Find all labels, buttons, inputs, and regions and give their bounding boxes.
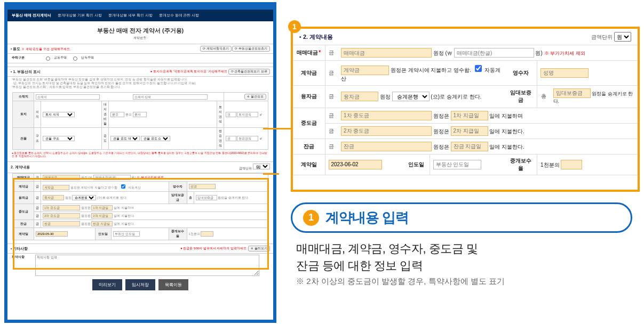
z-feerate-input[interactable] (561, 160, 582, 169)
z-jd1-input[interactable] (341, 111, 432, 120)
special-terms-textarea[interactable] (35, 255, 259, 276)
ratio-numer-input[interactable] (133, 112, 147, 117)
z-feerate-label: 중개보수율 (505, 154, 537, 175)
property-lookup-button[interactable]: ⊕ 물건정보 (244, 94, 266, 100)
jimok-label: 지목 (34, 101, 41, 128)
jd1-input-s[interactable] (43, 205, 80, 210)
z-mm-input[interactable] (341, 48, 432, 58)
jd1-date-input-s[interactable] (91, 205, 113, 210)
cd-label-s: 계약일 (13, 228, 34, 240)
z-cd-input[interactable] (329, 160, 382, 169)
jd1-mid-s: 원정은 (81, 206, 91, 209)
jd2-input-s[interactable] (43, 213, 80, 218)
z-jd1-sub: 금 (325, 108, 338, 123)
z-mm-tail: 원) (535, 50, 542, 56)
house-type-detached-radio[interactable] (73, 56, 77, 61)
house-type-label: 주택구분 (12, 55, 41, 60)
property-table: 소재지 ⊕ 물건정보 토지 지목 토지 지목 대지권비율 분의 토지면적 ㎡ (12, 92, 268, 150)
cg-tail-s: 원정은 계약시에 지불하고 영수함. (70, 186, 118, 189)
jd2-date-input-s[interactable] (91, 213, 113, 218)
z-receiver-input[interactable] (540, 68, 589, 78)
land-area-label: 토지면적 (217, 101, 224, 128)
z-jg-input[interactable] (341, 142, 432, 151)
feerate-input-s[interactable] (201, 231, 213, 237)
jd-label-s: 중도금 (13, 204, 34, 220)
z-feerate-pre: 1천분의 (540, 161, 560, 167)
reset-contract-button[interactable]: ⟳ 계약서항목초기 (200, 46, 232, 52)
tempsave-button[interactable]: 임시저장 (125, 279, 155, 290)
tab-contract[interactable]: 부동산 매매 전자계약서 (12, 13, 51, 18)
address-input[interactable] (36, 94, 100, 100)
land-area-2-input[interactable] (237, 112, 258, 117)
zoom-unit-select[interactable]: 원 (614, 32, 631, 42)
use-minor-select[interactable]: 건물 용도 소분류 (141, 136, 170, 141)
property-info-note: ● 토지이용계획 '국토이용계획 토지이용' 가상해주세요 (150, 70, 228, 73)
section-etc-title: ▪ 기타사항 (11, 246, 28, 251)
yz-input-s[interactable] (43, 195, 64, 200)
explain-bubble: 1 계약내용 입력 (291, 202, 632, 233)
jd1-sub-s: 금 (34, 204, 41, 212)
bldg-area-2-input[interactable] (237, 136, 258, 141)
etc-load-button[interactable]: ⊕ 불러오기 (248, 246, 270, 251)
building-label: 건물 (13, 128, 34, 150)
z-deposit-input[interactable] (553, 88, 591, 98)
z-jd2-date-input[interactable] (451, 126, 488, 136)
tab-basic[interactable]: 중개대상물 기본 확인 사항 (58, 13, 102, 18)
page-subtitle: 계약번호: (7, 36, 273, 40)
jg-input-s[interactable] (43, 221, 80, 226)
z-cg-input[interactable] (341, 66, 389, 75)
jimok-select[interactable]: 토지 지목 (43, 112, 75, 117)
cg-input-s[interactable] (43, 185, 69, 190)
receiver-label-s: 영수자 (169, 182, 187, 192)
deposit-input-s[interactable] (196, 195, 217, 200)
z-handover-label: 인도일 (403, 154, 430, 175)
z-yz-input[interactable] (341, 92, 378, 101)
z-jd2-mid: 원정은 (433, 128, 449, 134)
ratio-denom-input[interactable] (110, 112, 124, 117)
z-jd2-tail: 일에 지불한다. (489, 128, 524, 134)
tab-detail[interactable]: 중개대상물 세부 확인 사항 (108, 13, 153, 18)
mm-input-s[interactable] (43, 175, 80, 180)
explain-body: 매매대금, 계약금, 영수자, 중도금 및 잔금 등에 대한 정보 입력 (296, 240, 640, 274)
property-desc-3: '부동산 물건정보 초기화' : 자동으로 입력된 부동산 물건정보를 초기화 … (12, 85, 269, 89)
jg-mid-s: 원정은 (81, 222, 91, 225)
mm-hangul-input-s[interactable] (93, 175, 131, 180)
unit-label-small: 금액단위 (239, 167, 252, 170)
jd2-mid-s: 원정은 (81, 214, 91, 217)
page-title: 부동산 매매 전자 계약서 (주거용) (7, 27, 273, 35)
usage-row: 주택구분 공동주택 단독주택 (7, 54, 273, 63)
z-cg-auto-check[interactable] (475, 65, 482, 72)
etc-info: ● 잔금은 500자 범위에서 자세하게 입력하세요. (180, 247, 248, 250)
reset-property-button[interactable]: ⟳ 부동산물건정보초기 (232, 46, 270, 52)
jd1-tail-s: 일에 지불하며 (114, 206, 134, 209)
struct-select[interactable]: 건물 구조 (43, 136, 75, 141)
tab-fee[interactable]: 중개보수 등에 관한 사항 (159, 13, 200, 18)
z-jd2-input[interactable] (341, 126, 432, 136)
land-area-1-input[interactable] (226, 112, 236, 117)
cd-input-s[interactable] (36, 231, 68, 237)
z-yz-bank-select[interactable]: 승계은행 (392, 92, 430, 101)
use-major-select[interactable]: 건물 용도 대분류 (110, 136, 140, 141)
z-handover-input[interactable] (433, 160, 481, 169)
z-jg-tail: 일에 지불한다. (489, 143, 524, 149)
house-type-apartment-radio[interactable] (46, 56, 50, 61)
view-building-button[interactable]: ⟳ 건축물건전체보기 보류 (228, 69, 270, 75)
zoom-section-title: 2. 계약내용 (299, 33, 333, 41)
z-mm-hangul-input[interactable] (454, 48, 534, 58)
bldg-area-1-input[interactable] (226, 136, 236, 141)
z-jg-date-input[interactable] (451, 142, 488, 151)
receiver-input-s[interactable] (189, 184, 216, 189)
address-detail-input[interactable] (133, 94, 208, 100)
z-yz-label: 융자금 (293, 85, 325, 108)
z-jd1-date-input[interactable] (451, 111, 488, 120)
cg-auto-check-s[interactable] (121, 184, 125, 189)
explain-badge: 1 (303, 210, 319, 226)
deposit-label-s: 임대보증금 (169, 192, 187, 204)
yz-bank-select-s[interactable]: 승계은행 (72, 195, 96, 200)
yz-mid-s: 원정 (65, 196, 71, 199)
handover-input-s[interactable] (113, 231, 140, 237)
preview-button[interactable]: 미리보기 (92, 279, 122, 290)
list-button[interactable]: 목록이동 (158, 279, 188, 290)
jg-date-input-s[interactable] (91, 221, 113, 226)
z-mm-sub: 금 (325, 45, 338, 61)
